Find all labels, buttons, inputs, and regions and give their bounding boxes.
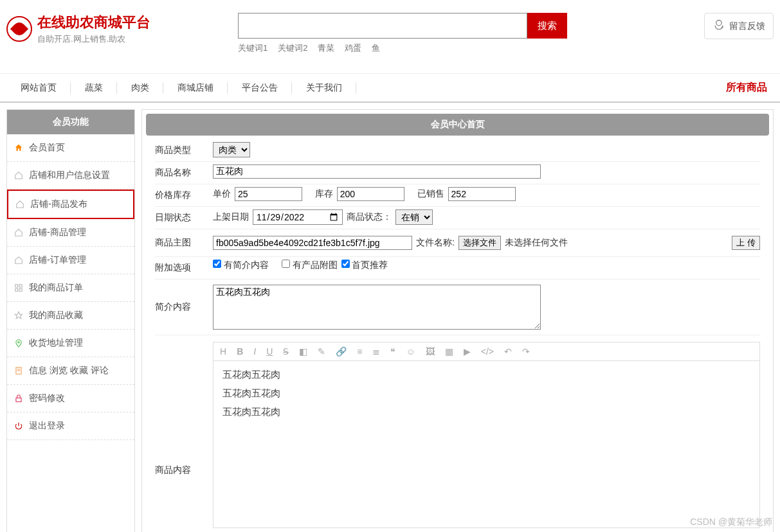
site-subtitle: 自助开店.网上销售.助农 bbox=[37, 33, 150, 45]
sidebar-title: 会员功能 bbox=[7, 110, 134, 134]
search-button[interactable]: 搜索 bbox=[527, 13, 567, 39]
textarea-brief[interactable]: 五花肉五花肉 bbox=[213, 285, 541, 330]
sidebar-item-label: 信息 浏览 收藏 评论 bbox=[29, 365, 109, 377]
feedback-button[interactable]: 留言反馈 bbox=[704, 13, 774, 39]
tool-heading-icon[interactable]: H bbox=[220, 346, 226, 357]
svg-rect-9 bbox=[16, 398, 21, 402]
tool-undo-icon[interactable]: ↶ bbox=[504, 346, 512, 357]
svg-point-0 bbox=[716, 21, 721, 26]
tool-code-icon[interactable]: </> bbox=[481, 346, 494, 357]
sidebar-item-label: 店铺-商品管理 bbox=[29, 227, 86, 238]
tool-align-icon[interactable]: ≣ bbox=[372, 346, 380, 357]
tool-emoji-icon[interactable]: ☺ bbox=[406, 346, 415, 357]
svg-rect-1 bbox=[15, 285, 18, 287]
editor-content[interactable]: 五花肉五花肉五花肉五花肉五花肉五花肉 bbox=[213, 361, 760, 528]
feedback-label: 留言反馈 bbox=[729, 21, 765, 32]
nav-item[interactable]: 肉类 bbox=[117, 73, 163, 103]
select-product-type[interactable]: 肉类 bbox=[213, 142, 250, 157]
input-onshelf-date[interactable] bbox=[253, 209, 343, 225]
house-icon bbox=[14, 255, 24, 265]
label-sold: 已销售 bbox=[417, 188, 444, 200]
input-sold[interactable] bbox=[448, 187, 516, 201]
sidebar-item[interactable]: 店铺-商品发布 bbox=[7, 190, 134, 219]
sidebar-item[interactable]: 我的商品订单 bbox=[7, 274, 134, 302]
tool-strike-icon[interactable]: S̶ bbox=[283, 346, 289, 357]
checkbox-home-rec[interactable]: 首页推荐 bbox=[341, 260, 388, 271]
tool-bold-icon[interactable]: B bbox=[237, 346, 243, 357]
text-no-file: 未选择任何文件 bbox=[505, 237, 568, 249]
sidebar-item[interactable]: 收货地址管理 bbox=[7, 330, 134, 357]
sidebar-item[interactable]: 密码修改 bbox=[7, 385, 134, 412]
nav-item[interactable]: 网站首页 bbox=[6, 73, 71, 103]
keyword-link[interactable]: 青菜 bbox=[318, 43, 334, 53]
house-icon bbox=[14, 227, 24, 238]
keyword-link[interactable]: 关键词1 bbox=[238, 43, 268, 53]
nav-all-products[interactable]: 所有商品 bbox=[726, 81, 774, 94]
headset-icon bbox=[712, 19, 725, 33]
label-status: 商品状态： bbox=[347, 211, 392, 223]
label-detail: 商品内容 bbox=[155, 387, 213, 479]
tool-image-icon[interactable]: 🖼 bbox=[426, 346, 435, 357]
tool-redo-icon[interactable]: ↷ bbox=[522, 346, 530, 357]
sidebar-item-label: 收货地址管理 bbox=[29, 337, 83, 349]
sidebar: 会员功能 会员首页店铺和用户信息设置店铺-商品发布店铺-商品管理店铺-订单管理我… bbox=[6, 109, 135, 532]
label-price-stock: 价格库存 bbox=[155, 187, 213, 204]
tool-color-icon[interactable]: ✎ bbox=[318, 346, 325, 357]
logo-area: 在线助农商城平台 自助开店.网上销售.助农 bbox=[6, 13, 238, 45]
label-mainimg: 商品主图 bbox=[155, 232, 213, 251]
button-choose-file[interactable]: 选择文件 bbox=[458, 236, 501, 250]
nav-item[interactable]: 商城店铺 bbox=[163, 73, 228, 103]
input-unit-price[interactable] bbox=[235, 187, 302, 201]
header: 在线助农商城平台 自助开店.网上销售.助农 搜索 关键词1关键词2青菜鸡蛋鱼 留… bbox=[0, 0, 780, 60]
sidebar-item[interactable]: 店铺和用户信息设置 bbox=[7, 162, 134, 190]
sidebar-item[interactable]: 会员首页 bbox=[7, 134, 134, 162]
sidebar-item[interactable]: 信息 浏览 收藏 评论 bbox=[7, 357, 134, 385]
house-icon bbox=[14, 170, 24, 181]
svg-rect-3 bbox=[15, 288, 18, 291]
star-icon bbox=[14, 310, 24, 321]
sidebar-item[interactable]: 店铺-商品管理 bbox=[7, 219, 134, 247]
tool-list-icon[interactable]: ≡ bbox=[357, 346, 362, 357]
tool-eraser-icon[interactable]: ◧ bbox=[299, 346, 307, 357]
sidebar-item[interactable]: 我的商品收藏 bbox=[7, 302, 134, 330]
label-brief: 简介内容 bbox=[155, 299, 213, 315]
keyword-link[interactable]: 关键词2 bbox=[278, 43, 307, 53]
lock-icon bbox=[14, 393, 24, 403]
sidebar-item-label: 店铺-订单管理 bbox=[29, 254, 86, 266]
logo-icon bbox=[6, 16, 32, 42]
label-stock: 库存 bbox=[315, 188, 333, 200]
tool-italic-icon[interactable]: I bbox=[253, 346, 256, 357]
label-name: 商品名称 bbox=[155, 164, 213, 181]
keyword-link[interactable]: 鸡蛋 bbox=[345, 43, 361, 53]
nav-item[interactable]: 平台公告 bbox=[228, 73, 292, 103]
editor-toolbar: H B I U S̶ ◧ ✎ 🔗 ≡ ≣ ❝ ☺ 🖼 ▦ ▶ bbox=[213, 342, 760, 361]
tool-table-icon[interactable]: ▦ bbox=[445, 346, 453, 357]
content-title: 会员中心首页 bbox=[146, 114, 769, 136]
input-mainimg[interactable] bbox=[213, 236, 412, 250]
select-status[interactable]: 在销 bbox=[395, 209, 433, 225]
editor-line: 五花肉五花肉 bbox=[222, 406, 750, 418]
tool-link-icon[interactable]: 🔗 bbox=[336, 346, 347, 357]
tool-quote-icon[interactable]: ❝ bbox=[390, 346, 395, 357]
search-input[interactable] bbox=[238, 13, 527, 39]
sidebar-item[interactable]: 退出登录 bbox=[7, 412, 134, 440]
sidebar-item-label: 店铺-商品发布 bbox=[30, 199, 87, 210]
checkbox-has-brief[interactable]: 有简介内容 bbox=[213, 260, 269, 271]
input-stock[interactable] bbox=[337, 187, 404, 201]
input-product-name[interactable] bbox=[213, 164, 541, 179]
nav-item[interactable]: 蔬菜 bbox=[71, 73, 117, 103]
svg-point-5 bbox=[18, 342, 19, 343]
sidebar-item-label: 店铺和用户信息设置 bbox=[29, 170, 110, 181]
sidebar-item-label: 我的商品收藏 bbox=[29, 310, 83, 321]
label-type: 商品类型 bbox=[155, 142, 213, 159]
nav-item[interactable]: 关于我们 bbox=[292, 73, 356, 103]
sidebar-item[interactable]: 店铺-订单管理 bbox=[7, 247, 134, 274]
tool-underline-icon[interactable]: U bbox=[266, 346, 273, 357]
button-upload[interactable]: 上 传 bbox=[732, 236, 760, 250]
house-icon bbox=[15, 199, 25, 209]
grid-icon bbox=[14, 283, 24, 293]
keyword-link[interactable]: 鱼 bbox=[372, 43, 380, 53]
watermark: CSDN @黄菊华老师 bbox=[690, 517, 772, 528]
checkbox-has-attach[interactable]: 有产品附图 bbox=[282, 260, 338, 271]
tool-video-icon[interactable]: ▶ bbox=[464, 346, 471, 357]
